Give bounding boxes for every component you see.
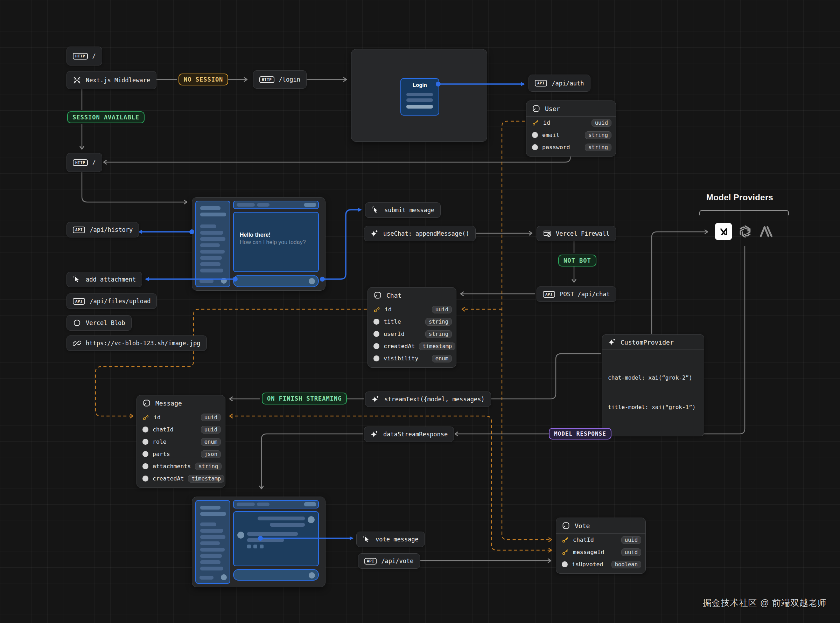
- column-icon: [142, 427, 148, 433]
- field-name: createdAt: [384, 343, 415, 350]
- middleware-icon: [73, 76, 81, 84]
- session-available-badge: SESSION AVAILABLE: [67, 111, 145, 123]
- field-name: id: [154, 414, 197, 420]
- url-label: https://vc-blob-123.sh/image.jpg: [86, 340, 200, 347]
- avatar: [221, 574, 227, 580]
- table-title: Message: [155, 400, 182, 407]
- column-icon: [373, 319, 379, 325]
- table-row: createdAt timestamp: [137, 473, 225, 485]
- submit-message-node: submit message: [365, 203, 441, 218]
- chat-input-mock: [233, 275, 319, 287]
- route-label: /: [92, 159, 96, 166]
- field-name: parts: [153, 451, 197, 457]
- message-table: Message id uuid chatId uuid role enum pa…: [136, 395, 225, 488]
- field-type: uuid: [201, 426, 221, 434]
- cursor-icon: [363, 535, 371, 543]
- service-label: Vercel Blob: [86, 319, 125, 326]
- table-icon: [142, 399, 151, 407]
- cursor-icon: [73, 275, 81, 284]
- link-icon: [73, 339, 81, 347]
- field-type: uuid: [592, 119, 612, 127]
- login-form-mock: Login: [400, 78, 439, 115]
- function-label: streamText({model, messages): [384, 396, 485, 403]
- firewall-icon: [543, 229, 551, 238]
- column-icon: [142, 439, 148, 445]
- greeting-subtitle: How can I help you today?: [240, 239, 318, 246]
- field-name: userId: [384, 331, 421, 337]
- route-label: POST /api/chat: [560, 291, 610, 298]
- chat-header-mock: [233, 201, 319, 209]
- field-type: string: [585, 144, 612, 151]
- api-badge: API: [535, 80, 547, 86]
- model-providers-bracket: [699, 210, 789, 215]
- http-root-bottom-node: HTTP /: [66, 153, 102, 172]
- field-type: enum: [201, 438, 221, 446]
- greeting-title: Hello there!: [240, 232, 318, 238]
- skeleton-bar: [406, 93, 433, 96]
- route-label: /api/files/upload: [90, 298, 150, 305]
- api-badge: API: [364, 558, 376, 565]
- key-icon: [373, 306, 381, 313]
- table-title: User: [545, 105, 560, 112]
- table-header: Vote: [556, 518, 646, 534]
- table-row: chatId uuid: [556, 534, 646, 546]
- avatar: [237, 532, 244, 539]
- field-name: email: [542, 132, 581, 138]
- table-row: email string: [526, 129, 616, 141]
- column-icon: [562, 562, 568, 567]
- table-row: id uuid: [526, 117, 616, 129]
- login-route-node: HTTP /login: [253, 71, 307, 89]
- column-icon: [373, 331, 379, 337]
- skeleton-bar: [406, 98, 433, 102]
- architecture-diagram: HTTP / Next.js Middleware NO SESSION HTT…: [0, 0, 840, 623]
- table-row: id uuid: [368, 303, 456, 316]
- field-name: title: [384, 318, 421, 325]
- column-icon: [373, 343, 379, 349]
- key-icon: [562, 537, 569, 543]
- chat-message-area: Hello there! How can I help you today?: [233, 212, 319, 272]
- field-type: uuid: [621, 548, 641, 556]
- field-name: visibility: [384, 355, 428, 362]
- service-label: Vercel Firewall: [556, 230, 610, 237]
- route-label: /api/history: [90, 226, 133, 233]
- add-attachment-node: add attachment: [66, 272, 142, 287]
- action-label: submit message: [384, 207, 435, 213]
- user-table: User id uuid email string password strin…: [526, 101, 616, 157]
- not-bot-badge: NOT BOT: [558, 255, 597, 267]
- blob-url-node: https://vc-blob-123.sh/image.jpg: [66, 336, 207, 351]
- field-type: string: [425, 318, 452, 326]
- field-name: id: [543, 120, 587, 126]
- data-stream-response-node: dataStreamResponse: [364, 427, 454, 442]
- avatar: [221, 278, 227, 284]
- key-icon: [532, 120, 539, 126]
- provider-config-line: title-model: xai(“grok-1”): [608, 402, 698, 412]
- chat-sidebar-mock: [195, 201, 230, 287]
- field-name: isUpvoted: [572, 561, 607, 568]
- sparkle-icon: [371, 395, 380, 404]
- vote-message-node: vote message: [356, 532, 425, 547]
- field-type: uuid: [201, 414, 221, 421]
- provider-title: CustomProvider: [621, 339, 674, 346]
- field-type: string: [195, 463, 222, 470]
- field-type: uuid: [432, 306, 452, 313]
- key-icon: [562, 549, 569, 556]
- column-icon: [142, 476, 148, 482]
- table-header: Message: [137, 395, 225, 411]
- table-row: id uuid: [137, 411, 225, 424]
- sparkle-icon: [370, 430, 379, 439]
- field-name: id: [385, 306, 428, 313]
- table-row: attachments string: [137, 460, 225, 473]
- table-row: chatId uuid: [137, 424, 225, 436]
- table-icon: [562, 522, 570, 530]
- chat-header-mock: [233, 500, 319, 508]
- xai-logo-icon: [715, 223, 732, 240]
- http-badge: HTTP: [73, 160, 88, 166]
- api-badge: API: [73, 227, 85, 233]
- table-title: Chat: [386, 292, 401, 299]
- custom-provider-node: CustomProvider chat-model: xai(“grok-2”)…: [602, 335, 704, 436]
- field-type: json: [201, 450, 221, 458]
- no-session-badge: NO SESSION: [179, 74, 228, 86]
- field-name: createdAt: [153, 475, 184, 482]
- nextjs-middleware-node: Next.js Middleware: [66, 71, 156, 89]
- message-action-icon: [247, 545, 251, 548]
